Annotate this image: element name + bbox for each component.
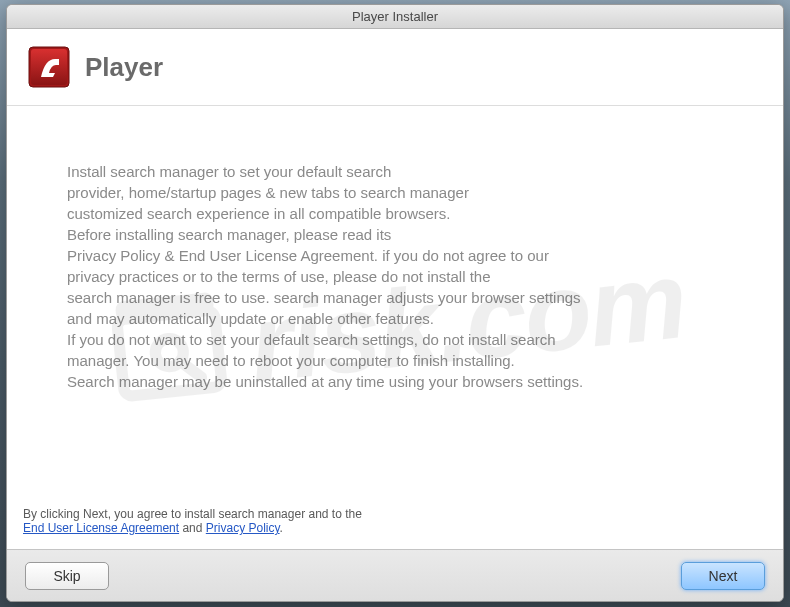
body-line: If you do not want to set your default s… — [67, 329, 723, 350]
installer-window: Player Installer Player — [6, 4, 784, 602]
footer-prefix: By clicking Next, you agree to install s… — [23, 507, 362, 521]
footer-suffix: . — [280, 521, 283, 535]
body-line: Before installing search manager, please… — [67, 224, 723, 245]
content-area: risk.com Install search manager to set y… — [7, 106, 783, 549]
agreement-text: By clicking Next, you agree to install s… — [7, 497, 783, 549]
app-title: Player — [85, 52, 163, 83]
next-button[interactable]: Next — [681, 562, 765, 590]
body-line: Install search manager to set your defau… — [67, 161, 723, 182]
header: Player — [7, 29, 783, 106]
button-bar: Skip Next — [7, 549, 783, 601]
body-line: Privacy Policy & End User License Agreem… — [67, 245, 723, 266]
skip-button[interactable]: Skip — [25, 562, 109, 590]
footer-and: and — [179, 521, 206, 535]
body-line: and may automatically update or enable o… — [67, 308, 723, 329]
eula-link[interactable]: End User License Agreement — [23, 521, 179, 535]
window-title: Player Installer — [352, 9, 438, 24]
flash-player-icon — [27, 45, 71, 89]
body-line: privacy practices or to the terms of use… — [67, 266, 723, 287]
body-text: Install search manager to set your defau… — [7, 106, 783, 497]
body-line: search manager is free to use. search ma… — [67, 287, 723, 308]
body-line: provider, home/startup pages & new tabs … — [67, 182, 723, 203]
privacy-link[interactable]: Privacy Policy — [206, 521, 280, 535]
body-line: Search manager may be uninstalled at any… — [67, 371, 723, 392]
body-line: manager. You may need to reboot your com… — [67, 350, 723, 371]
titlebar: Player Installer — [7, 5, 783, 29]
body-line: customized search experience in all comp… — [67, 203, 723, 224]
